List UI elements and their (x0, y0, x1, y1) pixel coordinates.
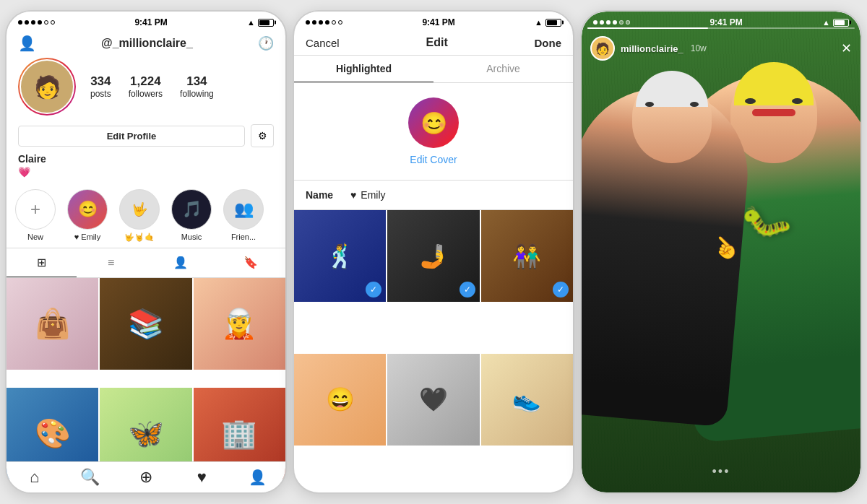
new-label: New (27, 233, 43, 241)
tab-tagged[interactable]: 👤 (146, 248, 216, 277)
close-icon[interactable]: ✕ (841, 40, 852, 56)
posts-label: posts (90, 89, 111, 99)
name-section: Name ♥ Emily (294, 181, 573, 210)
dot1 (18, 20, 22, 25)
stat-followers[interactable]: 1,224 followers (129, 74, 163, 99)
music-circle: 🎵 (171, 189, 212, 230)
highlight-gestures[interactable]: 🤟 🤟🤘🤙 (119, 189, 160, 242)
signal-dots-2 (306, 20, 342, 25)
tab-archive[interactable]: Archive (434, 56, 573, 82)
edit-photo-grid: 🕺 ✓ 🤳 ✓ 👫 ✓ 😄 🖤 👟 (294, 210, 573, 494)
story-time: 9:41 PM (709, 17, 742, 27)
stat-posts: 334 posts (90, 74, 111, 99)
emily-circle: 😊 (67, 189, 108, 230)
name-value[interactable]: ♥ Emily (350, 189, 386, 201)
edit-cover-button[interactable]: Edit Cover (410, 154, 457, 165)
story-progress-fill (587, 27, 708, 29)
highlight-friends[interactable]: 👥 Frien... (223, 189, 264, 242)
nav-home[interactable]: ⌂ (7, 468, 62, 487)
profile-actions: Edit Profile ⚙ (7, 121, 285, 153)
battery-icon-2 (545, 19, 561, 27)
stats-row: 334 posts 1,224 followers 134 following (90, 74, 214, 99)
time-display: 9:41 PM (134, 17, 167, 27)
nav-activity[interactable]: ♥ (174, 468, 230, 487)
person-2-head (632, 77, 712, 163)
cancel-button[interactable]: Cancel (306, 37, 340, 49)
cover-section: 😊 Edit Cover (294, 83, 573, 181)
story-top-bar: 🧑 millionclairie_ 10w ✕ (582, 32, 860, 65)
photo-3[interactable]: 🧝 (194, 278, 285, 370)
stat-following[interactable]: 134 following (180, 74, 214, 99)
highlight-music[interactable]: 🎵 Music (171, 189, 212, 242)
story-progress-bar (587, 27, 855, 29)
story-time-ago: 10w (691, 43, 707, 53)
edit-photo-1[interactable]: 🕺 ✓ (294, 210, 386, 302)
phone-story: 🐛 ☝ 9:41 PM ▲ (580, 10, 862, 494)
edit-header: Cancel Edit Done (294, 30, 573, 56)
story-username: millionclairie_ (621, 43, 683, 54)
nav-search[interactable]: 🔍 (62, 468, 118, 487)
check-2: ✓ (460, 282, 475, 297)
tab-highlighted[interactable]: Highlighted (294, 56, 434, 82)
story-user-info: millionclairie_ (621, 43, 683, 54)
cover-emoji: 😊 (420, 110, 447, 136)
nav-add[interactable]: ⊕ (118, 468, 173, 487)
story-battery (833, 19, 849, 27)
dot5 (44, 20, 48, 25)
profile-header: 👤 @_millionclaire_ 🕐 (7, 30, 285, 58)
name-label: Name (306, 189, 342, 201)
signal-dots (18, 20, 55, 25)
dot2 (25, 20, 29, 25)
display-name: Claire (7, 153, 285, 166)
profile-bio: 💗 (7, 166, 285, 183)
edit-title: Edit (426, 36, 447, 49)
done-button[interactable]: Done (534, 37, 561, 49)
battery-icon (258, 19, 274, 27)
history-icon[interactable]: 🕐 (258, 35, 274, 51)
story-background: 🐛 ☝ (582, 12, 860, 492)
phone-profile: 9:41 PM ▲ 👤 @_millionclaire_ 🕐 🧑 334 pos… (5, 10, 287, 494)
edit-profile-button[interactable]: Edit Profile (18, 126, 245, 147)
edit-photo-6[interactable]: 👟 (481, 354, 573, 446)
photo-2[interactable]: 📚 (100, 278, 191, 370)
bottom-nav: ⌂ 🔍 ⊕ ♥ 👤 (7, 461, 285, 494)
settings-button[interactable]: ⚙ (251, 124, 274, 147)
tab-saved[interactable]: 🔖 (216, 248, 286, 277)
gestures-label: 🤟🤘🤙 (124, 233, 155, 242)
nav-profile[interactable]: 👤 (230, 468, 285, 487)
story-wifi-icon: ▲ (822, 18, 830, 27)
name-text: Emily (361, 189, 385, 201)
music-label: Music (181, 233, 202, 241)
edit-photo-4[interactable]: 😄 (294, 354, 386, 446)
avatar-image: 🧑 (20, 59, 74, 114)
followers-count: 1,224 (129, 74, 163, 89)
avatar[interactable]: 🧑 (18, 58, 76, 116)
photo-1[interactable]: 👜 (7, 278, 98, 370)
friends-circle: 👥 (223, 189, 264, 230)
friends-label: Frien... (231, 233, 256, 241)
edit-tabs: Highlighted Archive (294, 56, 573, 83)
edit-photo-2[interactable]: 🤳 ✓ (387, 210, 479, 302)
story-avatar[interactable]: 🧑 (590, 36, 615, 61)
story-bottom-dots: ••• (712, 464, 730, 479)
dot6 (51, 20, 55, 25)
tab-list[interactable]: ≡ (77, 248, 147, 277)
wifi-icon-2: ▲ (535, 18, 543, 27)
edit-photo-3[interactable]: 👫 ✓ (481, 210, 573, 302)
grid-tabs: ⊞ ≡ 👤 🔖 (7, 248, 285, 278)
tab-grid[interactable]: ⊞ (7, 248, 77, 277)
followers-label: followers (129, 89, 163, 99)
more-options-icon[interactable]: ••• (712, 464, 730, 479)
status-bar-1: 9:41 PM ▲ (7, 12, 285, 30)
person-add-icon[interactable]: 👤 (18, 35, 36, 52)
emily-label: ♥ Emily (74, 233, 100, 241)
status-bar-2: 9:41 PM ▲ (294, 12, 573, 30)
cover-avatar[interactable]: 😊 (408, 97, 459, 148)
highlight-emily[interactable]: 😊 ♥ Emily (67, 189, 108, 242)
status-icons: ▲ (247, 18, 274, 27)
story-status-icons: ▲ (822, 18, 849, 27)
heart-icon: ♥ (350, 189, 356, 201)
story-signal (593, 20, 630, 25)
highlight-new[interactable]: + New (15, 189, 56, 242)
edit-photo-5[interactable]: 🖤 (387, 354, 479, 446)
